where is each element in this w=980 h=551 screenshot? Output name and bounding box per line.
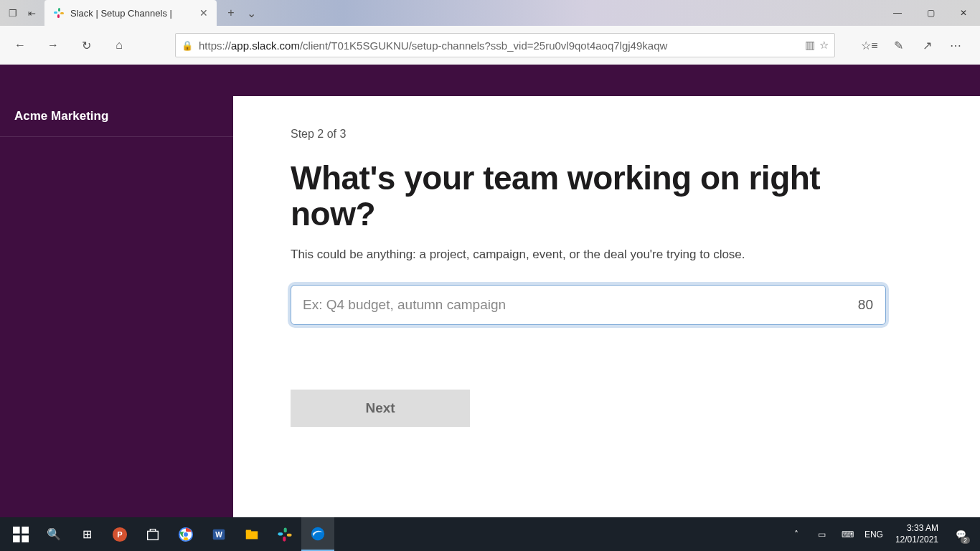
home-button[interactable]: ⌂: [106, 32, 132, 58]
tab-title: Slack | Setup Channels |: [70, 8, 194, 19]
tab-set-aside-icon[interactable]: ⇤: [23, 4, 40, 22]
nav-bar: ← → ↻ ⌂ 🔒 https://app.slack.com/client/T…: [0, 26, 980, 65]
slack-topbar: [0, 65, 980, 96]
windows-taskbar: 🔍 ⊞ P W ˄ ▭ ⌨ ENG 3:33 AM 12/01/2021 💬2: [0, 517, 980, 551]
notification-badge: 2: [961, 537, 970, 544]
slack-taskbar-icon[interactable]: [268, 517, 301, 551]
svg-rect-18: [246, 529, 251, 532]
svg-rect-3: [57, 14, 60, 18]
step-label: Step 2 of 3: [291, 128, 923, 141]
forward-button[interactable]: →: [40, 32, 66, 58]
notes-icon[interactable]: ✎: [885, 32, 911, 58]
tab-actions-icon[interactable]: ❐: [4, 4, 22, 22]
main-heading: What's your team working on right now?: [291, 161, 893, 232]
file-explorer-icon[interactable]: [235, 517, 268, 551]
action-center-icon[interactable]: 💬2: [950, 524, 971, 545]
slack-favicon-icon: [53, 7, 65, 19]
task-view-icon[interactable]: ⊞: [70, 517, 103, 551]
maximize-button[interactable]: ▢: [914, 0, 947, 26]
powerpoint-icon[interactable]: P: [103, 517, 136, 551]
svg-rect-10: [148, 531, 159, 540]
svg-point-14: [183, 532, 188, 537]
svg-rect-2: [60, 12, 64, 14]
refresh-button[interactable]: ↻: [73, 32, 99, 58]
svg-text:W: W: [215, 530, 222, 538]
close-window-button[interactable]: ✕: [947, 0, 980, 26]
chrome-icon[interactable]: [169, 517, 202, 551]
next-button[interactable]: Next: [291, 390, 470, 427]
clock[interactable]: 3:33 AM 12/01/2021: [890, 523, 944, 545]
address-bar[interactable]: 🔒 https://app.slack.com/client/T01K5SGUK…: [175, 33, 835, 57]
slack-sidebar: Acme Marketing: [0, 96, 233, 517]
svg-rect-21: [287, 533, 292, 536]
slack-app: Acme Marketing Step 2 of 3 What's your t…: [0, 65, 980, 517]
slack-main: Step 2 of 3 What's your team working on …: [233, 96, 980, 517]
share-icon[interactable]: ↗: [914, 32, 940, 58]
sub-text: This could be anything: a project, campa…: [291, 248, 923, 262]
svg-rect-6: [13, 535, 20, 542]
back-button[interactable]: ←: [7, 32, 33, 58]
svg-text:P: P: [117, 529, 122, 538]
favorites-list-icon[interactable]: ☆≡: [857, 32, 882, 58]
more-icon[interactable]: ⋯: [943, 32, 969, 58]
time-text: 3:33 AM: [895, 523, 938, 534]
tray-chevron-icon[interactable]: ˄: [786, 529, 806, 540]
reading-view-icon[interactable]: ▥: [805, 39, 815, 52]
start-button[interactable]: [4, 517, 37, 551]
svg-rect-1: [58, 8, 60, 11]
language-indicator[interactable]: ENG: [864, 529, 884, 540]
svg-rect-4: [13, 527, 20, 534]
lock-icon: 🔒: [182, 40, 193, 51]
store-icon[interactable]: [136, 517, 169, 551]
workspace-name: Acme Marketing: [0, 96, 233, 137]
minimize-button[interactable]: —: [881, 0, 914, 26]
svg-rect-5: [22, 527, 29, 534]
tab-dropdown-icon[interactable]: ⌄: [242, 4, 260, 22]
char-count: 80: [858, 297, 873, 313]
svg-rect-7: [22, 535, 29, 542]
tab-strip: ❐ ⇤ Slack | Setup Channels | ✕ + ⌄ — ▢ ✕: [0, 0, 980, 26]
word-icon[interactable]: W: [202, 517, 235, 551]
search-icon[interactable]: 🔍: [37, 517, 70, 551]
project-name-input[interactable]: [291, 285, 886, 325]
close-tab-icon[interactable]: ✕: [199, 7, 208, 19]
svg-rect-20: [284, 527, 287, 532]
browser-chrome: ❐ ⇤ Slack | Setup Channels | ✕ + ⌄ — ▢ ✕…: [0, 0, 980, 65]
svg-rect-22: [283, 536, 286, 541]
battery-icon[interactable]: ▭: [812, 529, 832, 540]
url-text: https://app.slack.com/client/T01K5SGUKNU…: [199, 39, 799, 52]
svg-rect-19: [278, 532, 283, 535]
date-text: 12/01/2021: [895, 534, 938, 546]
keyboard-icon[interactable]: ⌨: [838, 529, 858, 540]
svg-rect-0: [54, 11, 57, 14]
new-tab-button[interactable]: +: [222, 4, 240, 22]
favorite-icon[interactable]: ☆: [819, 39, 829, 52]
edge-icon[interactable]: [301, 517, 334, 551]
browser-tab[interactable]: Slack | Setup Channels | ✕: [44, 0, 217, 26]
